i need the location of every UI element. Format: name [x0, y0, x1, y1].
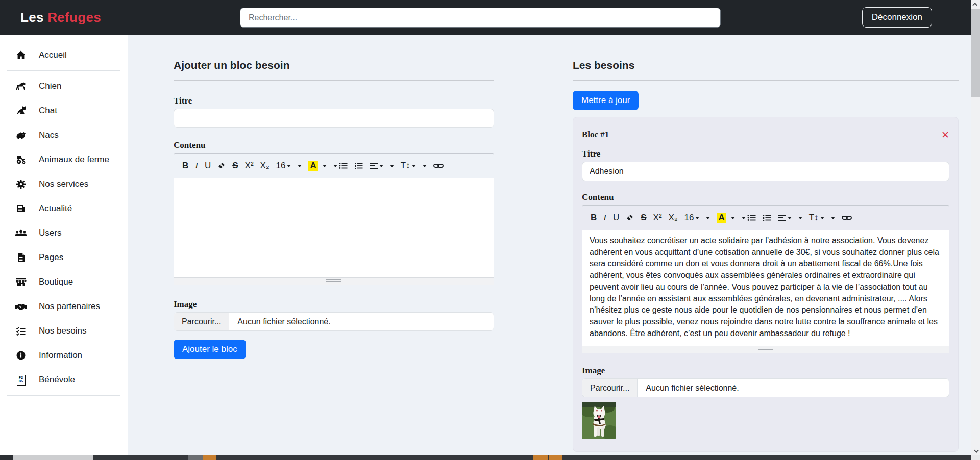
sidebar-item-label: Nos partenaires	[39, 301, 100, 312]
tractor-icon	[14, 154, 28, 165]
chevron-down-icon[interactable]	[423, 165, 427, 167]
resize-handle[interactable]	[326, 279, 341, 283]
scroll-up-arrow[interactable]	[971, 0, 980, 9]
superscript-button[interactable]: X²	[653, 213, 662, 223]
gear-icon	[14, 178, 28, 190]
clear-format-button[interactable]	[626, 214, 634, 222]
chevron-down-icon[interactable]	[390, 165, 394, 167]
line-height-button[interactable]: T↕	[401, 161, 416, 171]
line-height-button[interactable]: T↕	[809, 213, 824, 223]
sidebar-item-boutique[interactable]: Boutique	[0, 270, 128, 294]
titre-input[interactable]	[174, 109, 494, 128]
brand-second: Refuges	[47, 10, 101, 25]
search-input[interactable]	[240, 8, 721, 28]
sidebar-item-label: Chat	[39, 106, 57, 116]
image-label: Image	[582, 366, 949, 376]
hscroll-marker-orange	[203, 455, 216, 460]
sidebar-item-nos-besoins[interactable]: Nos besoins	[0, 319, 128, 343]
clear-format-button[interactable]	[217, 162, 226, 170]
bloc-content-text: Vous souhaitez concrétiser un acte solid…	[590, 235, 942, 339]
image-file-input[interactable]: Parcourir... Aucun fichier sélectionné.	[174, 312, 494, 331]
chevron-down-icon	[287, 165, 291, 167]
bullet-list-icon	[339, 162, 348, 170]
link-button[interactable]	[842, 214, 852, 221]
vertical-scrollbar[interactable]	[971, 0, 980, 455]
sidebar-item-actualite[interactable]: Actualité	[0, 196, 128, 221]
chevron-down-icon[interactable]	[831, 217, 835, 219]
brand-logo[interactable]: Les Refuges	[20, 10, 101, 25]
chevron-down-icon[interactable]	[706, 217, 710, 219]
italic-button[interactable]: I	[603, 213, 606, 223]
chevron-down-icon	[742, 217, 746, 219]
paragraph-align-button[interactable]	[370, 162, 383, 169]
titre-label: Titre	[582, 149, 949, 159]
strikethrough-button[interactable]: S	[232, 161, 238, 171]
sidebar-item-animaux-de-ferme[interactable]: Animaux de ferme	[0, 147, 128, 172]
eraser-icon	[217, 162, 226, 170]
sidebar-item-nos-services[interactable]: Nos services	[0, 172, 128, 196]
chevron-up-icon	[972, 3, 977, 8]
italic-button[interactable]: I	[195, 161, 198, 171]
font-size-dropdown[interactable]: 16	[276, 161, 291, 171]
link-button[interactable]	[433, 162, 444, 169]
subscript-button[interactable]: X₂	[260, 161, 270, 171]
rich-text-editor: B I U S X² X₂ 16 A T↕	[174, 153, 494, 285]
horizontal-scrollbar-thumb[interactable]	[13, 455, 93, 460]
editor-statusbar	[582, 346, 949, 353]
hscroll-marker-gray	[188, 455, 203, 460]
font-size-dropdown[interactable]: 16	[684, 213, 700, 223]
chevron-down-icon[interactable]	[798, 217, 802, 219]
chevron-down-icon	[379, 165, 383, 167]
hscroll-marker-orange	[549, 455, 562, 460]
cat-icon	[14, 105, 28, 116]
titre-label: Titre	[174, 96, 494, 106]
update-button[interactable]: Mettre à jour	[573, 91, 639, 110]
logout-button[interactable]: Déconnexion	[862, 7, 932, 28]
horizontal-scrollbar[interactable]	[0, 455, 980, 460]
strikethrough-button[interactable]: S	[641, 213, 646, 223]
sidebar-item-nacs[interactable]: Nacs	[0, 123, 128, 147]
besoins-panel: Les besoins Mettre à jour Bloc #1 ✕ Titr…	[573, 35, 959, 452]
editor-content-area[interactable]: Vous souhaitez concrétiser un acte solid…	[582, 230, 949, 346]
paragraph-align-button[interactable]	[778, 214, 792, 221]
unordered-list-button[interactable]	[742, 214, 756, 222]
checklist-icon	[14, 325, 28, 337]
unordered-list-button[interactable]	[333, 162, 348, 170]
sidebar-item-benevole[interactable]: F2B5 Bénévole	[0, 368, 128, 392]
sidebar-item-pages[interactable]: Pages	[0, 245, 128, 270]
sidebar-item-accueil[interactable]: Accueil	[0, 43, 128, 67]
bold-button[interactable]: B	[182, 161, 188, 171]
ordered-list-button[interactable]	[354, 162, 363, 170]
eraser-icon	[626, 214, 634, 222]
chevron-down-icon[interactable]	[298, 165, 302, 167]
resize-handle[interactable]	[758, 348, 773, 351]
browse-button[interactable]: Parcourir...	[174, 313, 229, 330]
sidebar-item-information[interactable]: Information	[0, 343, 128, 368]
chevron-down-icon	[820, 217, 824, 219]
superscript-button[interactable]: X²	[245, 161, 254, 171]
sidebar-item-chat[interactable]: Chat	[0, 98, 128, 123]
sidebar-item-chien[interactable]: Chien	[0, 74, 128, 98]
delete-bloc-button[interactable]: ✕	[941, 130, 949, 140]
sidebar-item-label: Actualité	[39, 203, 72, 214]
underline-button[interactable]: U	[205, 161, 211, 171]
underline-button[interactable]: U	[613, 213, 619, 223]
sidebar-item-nos-partenaires[interactable]: Nos partenaires	[0, 294, 128, 319]
sidebar-item-label: Bénévole	[39, 375, 75, 385]
subscript-button[interactable]: X₂	[669, 213, 678, 223]
bloc-titre-input[interactable]	[582, 162, 949, 181]
editor-content-area[interactable]	[174, 178, 494, 277]
scroll-down-arrow[interactable]	[971, 447, 980, 455]
browse-button[interactable]: Parcourir...	[582, 379, 638, 397]
bold-button[interactable]: B	[591, 213, 597, 223]
ordered-list-button[interactable]	[763, 214, 771, 222]
missing-glyph-icon: F2B5	[14, 374, 28, 386]
image-file-input[interactable]: Parcourir... Aucun fichier sélectionné.	[582, 378, 949, 397]
chevron-down-icon	[412, 165, 416, 167]
text-color-button[interactable]: A	[717, 213, 734, 223]
sidebar-item-users[interactable]: Users	[0, 221, 128, 245]
info-icon	[14, 350, 28, 361]
add-bloc-button[interactable]: Ajouter le bloc	[174, 340, 246, 359]
text-color-button[interactable]: A	[308, 161, 326, 171]
vertical-scrollbar-thumb[interactable]	[971, 9, 980, 97]
